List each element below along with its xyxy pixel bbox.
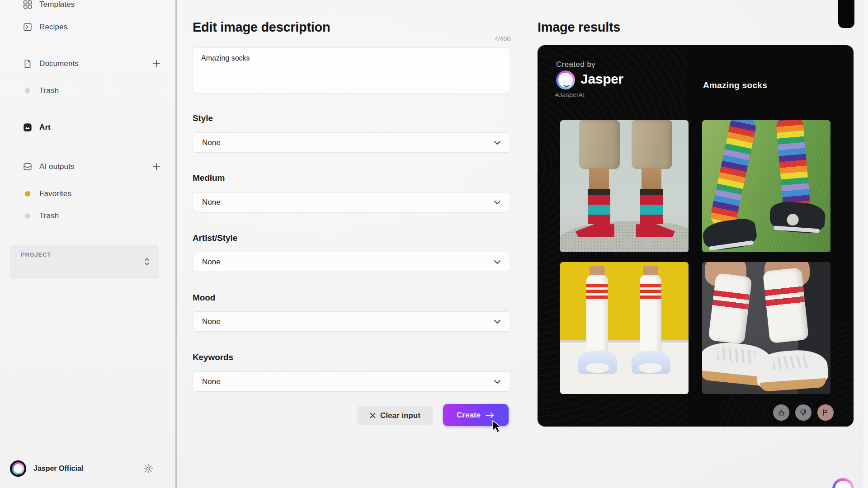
inbox-icon xyxy=(22,161,33,172)
account-row: Jasper Official xyxy=(10,457,165,480)
sidebar-item-ai-outputs[interactable]: AI outputs xyxy=(22,158,162,176)
sidebar-item-recipes[interactable]: Recipes xyxy=(22,18,162,36)
result-image-4[interactable] xyxy=(702,262,830,394)
artist-style-select[interactable]: None xyxy=(193,252,510,272)
art-image-icon xyxy=(22,122,33,133)
project-selector[interactable]: PROJECT xyxy=(10,245,159,279)
artist-style-select-value: None xyxy=(202,258,221,267)
unfold-chevrons-icon xyxy=(144,257,150,267)
sidebar-item-label: Favorites xyxy=(39,189,71,198)
gray-dot-icon xyxy=(22,211,33,221)
account-name: Jasper Official xyxy=(33,465,83,473)
keywords-select[interactable]: None xyxy=(193,371,510,392)
gear-icon[interactable] xyxy=(142,462,155,475)
style-select-value: None xyxy=(202,138,221,147)
mood-select[interactable]: None xyxy=(193,311,510,332)
clear-input-button[interactable]: Clear input xyxy=(357,406,433,425)
style-select[interactable]: None xyxy=(193,132,510,153)
add-ai-output-button[interactable] xyxy=(151,161,162,173)
sidebar-item-label: AI outputs xyxy=(39,162,75,171)
sidebar-item-label: Recipes xyxy=(39,23,67,32)
sidebar: Templates Recipes Documents Trash xyxy=(0,0,175,488)
sidebar-item-label: Trash xyxy=(39,86,59,95)
chat-widget-button[interactable] xyxy=(832,478,854,488)
medium-label: Medium xyxy=(193,173,225,183)
sidebar-item-art[interactable]: Art xyxy=(22,118,162,136)
result-image-3[interactable] xyxy=(560,262,689,394)
sidebar-item-label: Trash xyxy=(39,211,59,221)
sidebar-item-documents[interactable]: Documents xyxy=(22,55,162,73)
thumbs-down-button[interactable] xyxy=(795,404,811,421)
sidebar-item-templates[interactable]: Templates xyxy=(22,0,162,14)
result-card: Created by Jasper #JasperAI Amazing sock… xyxy=(538,45,854,427)
avatar[interactable] xyxy=(10,460,26,477)
thumbs-up-button[interactable] xyxy=(773,404,789,421)
yellow-dot-icon xyxy=(22,188,33,199)
sidebar-item-outputs-trash[interactable]: Trash xyxy=(22,207,162,225)
result-image-2[interactable] xyxy=(702,120,830,252)
templates-grid-icon xyxy=(22,0,33,10)
flag-button[interactable] xyxy=(817,404,834,421)
jasper-logo-icon xyxy=(556,70,575,89)
create-label: Create xyxy=(457,411,481,420)
gray-dot-icon xyxy=(22,85,33,96)
medium-select[interactable]: None xyxy=(193,192,510,212)
description-field-wrap: Amazing socks xyxy=(193,47,510,94)
sidebar-item-label: Art xyxy=(39,123,51,132)
description-input[interactable]: Amazing socks xyxy=(193,48,510,94)
chevron-down-icon xyxy=(494,260,501,264)
chevron-down-icon xyxy=(494,200,501,205)
brand-name: Jasper xyxy=(580,71,623,87)
thumbs-up-icon xyxy=(777,408,786,417)
created-by-label: Created by xyxy=(556,60,595,69)
brand-hashtag: #JasperAI xyxy=(555,91,585,99)
project-selector-label: PROJECT xyxy=(21,251,51,258)
results-title: Image results xyxy=(538,20,620,35)
sidebar-item-favorites[interactable]: Favorites xyxy=(22,185,162,203)
result-caption: Amazing socks xyxy=(667,80,803,90)
artist-style-label: Artist/Style xyxy=(193,233,237,243)
close-icon xyxy=(370,413,376,418)
sidebar-item-label: Documents xyxy=(39,59,79,68)
medium-select-value: None xyxy=(202,198,221,207)
style-label: Style xyxy=(193,113,213,123)
sidebar-item-documents-trash[interactable]: Trash xyxy=(22,82,162,100)
clear-input-label: Clear input xyxy=(380,411,420,420)
chevron-down-icon xyxy=(494,319,501,324)
add-document-button[interactable] xyxy=(151,58,162,70)
mood-label: Mood xyxy=(193,293,215,303)
chevron-down-icon xyxy=(494,380,501,384)
page-title: Edit image description xyxy=(193,20,330,35)
char-counter: 4/400 xyxy=(452,35,510,42)
mouse-cursor xyxy=(492,420,504,434)
result-image-1[interactable] xyxy=(560,120,689,252)
sidebar-divider xyxy=(175,0,177,488)
keywords-select-value: None xyxy=(202,377,221,386)
scrolled-card-sliver xyxy=(838,0,854,28)
recipes-icon xyxy=(22,22,33,33)
thumbs-down-icon xyxy=(799,408,808,417)
flag-icon xyxy=(821,408,830,417)
scrollbar[interactable] xyxy=(863,0,868,488)
keywords-label: Keywords xyxy=(193,352,233,362)
sidebar-item-label: Templates xyxy=(39,0,75,9)
mood-select-value: None xyxy=(202,317,221,326)
document-icon xyxy=(22,58,33,69)
chevron-down-icon xyxy=(494,141,501,145)
arrow-right-icon xyxy=(485,412,495,418)
